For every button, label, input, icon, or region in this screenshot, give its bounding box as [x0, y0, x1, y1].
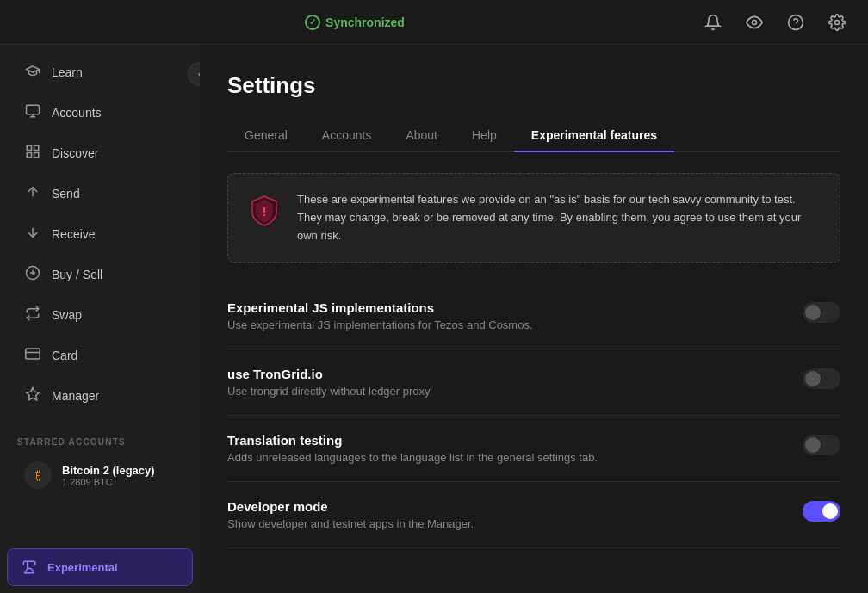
- tab-about[interactable]: About: [388, 120, 455, 152]
- page-title: Settings: [227, 72, 840, 99]
- tab-accounts[interactable]: Accounts: [305, 120, 389, 152]
- sidebar-item-receive[interactable]: Receive: [7, 214, 193, 254]
- sidebar-item-learn-label: Learn: [52, 65, 83, 79]
- toggle-slider: [803, 435, 840, 455]
- feature-info: Developer mode Show developer and testne…: [227, 499, 803, 530]
- topbar: ✓ Synchronized: [0, 0, 868, 45]
- sync-status: ✓ Synchronized: [305, 15, 405, 30]
- feature-row-experimental-js: Experimental JS implementations Use expe…: [227, 283, 840, 349]
- learn-icon: [24, 63, 41, 82]
- topbar-icons: [696, 5, 854, 40]
- buy-sell-icon: [24, 265, 41, 284]
- starred-accounts-label: STARRED ACCOUNTS: [0, 423, 200, 452]
- sidebar-item-manager-label: Manager: [52, 389, 99, 403]
- tabs-container: General Accounts About Help Experimental…: [227, 120, 840, 152]
- toggle-slider: [803, 368, 840, 389]
- sidebar-item-send[interactable]: Send: [7, 174, 193, 213]
- eye-icon: [746, 14, 763, 31]
- sidebar-item-card[interactable]: Card: [7, 336, 193, 375]
- sidebar: ‹ Learn Accounts: [0, 45, 200, 593]
- sidebar-bottom: Experimental: [0, 541, 200, 593]
- svg-rect-9: [34, 153, 39, 158]
- sidebar-item-swap[interactable]: Swap: [7, 295, 193, 335]
- sync-icon: ✓: [305, 15, 320, 30]
- discover-icon: [24, 144, 41, 163]
- sidebar-item-accounts[interactable]: Accounts: [7, 93, 193, 133]
- card-icon: [24, 346, 41, 365]
- sidebar-nav: Learn Accounts Discover: [0, 45, 200, 423]
- toggle-slider: [803, 302, 840, 323]
- bell-icon: [704, 14, 722, 31]
- gear-icon: [828, 14, 846, 31]
- svg-rect-16: [26, 349, 40, 359]
- warning-text: These are experimental features we provi…: [297, 191, 822, 244]
- trongrid-toggle[interactable]: [803, 368, 840, 389]
- receive-icon: [24, 225, 41, 244]
- feature-title: Developer mode: [227, 499, 782, 514]
- sidebar-item-learn[interactable]: Learn: [7, 53, 193, 92]
- bell-button[interactable]: [696, 5, 730, 40]
- tab-help[interactable]: Help: [455, 120, 514, 152]
- feature-row-translation: Translation testing Adds unreleased lang…: [227, 416, 840, 482]
- eye-button[interactable]: [737, 5, 772, 40]
- feature-title: Translation testing: [227, 433, 782, 448]
- sidebar-item-discover[interactable]: Discover: [7, 133, 193, 173]
- feature-desc: Use trongrid directly without ledger pro…: [227, 385, 782, 398]
- starred-account-balance: 1.2809 BTC: [62, 477, 155, 487]
- experimental-js-toggle[interactable]: [803, 302, 840, 323]
- svg-point-0: [752, 20, 756, 24]
- feature-desc: Adds unreleased languages to the languag…: [227, 451, 782, 464]
- feature-title: Experimental JS implementations: [227, 300, 782, 315]
- bitcoin-icon: ₿: [24, 461, 52, 489]
- sync-label: Synchronized: [326, 15, 405, 29]
- sidebar-item-send-label: Send: [52, 187, 80, 201]
- feature-info: Translation testing Adds unreleased lang…: [227, 433, 803, 464]
- translation-toggle[interactable]: [803, 435, 840, 455]
- sidebar-item-card-label: Card: [52, 349, 78, 362]
- main-layout: ‹ Learn Accounts: [0, 45, 868, 593]
- svg-rect-8: [34, 145, 39, 150]
- sidebar-item-accounts-label: Accounts: [52, 106, 102, 120]
- svg-rect-10: [27, 153, 31, 158]
- feature-desc: Use experimental JS implementations for …: [227, 318, 782, 331]
- sidebar-item-manager[interactable]: Manager: [7, 376, 193, 416]
- swap-icon: [24, 306, 41, 324]
- content-area: Settings General Accounts About Help Exp…: [200, 45, 868, 593]
- tab-general[interactable]: General: [227, 120, 305, 152]
- toggle-slider: [803, 501, 840, 522]
- gear-button[interactable]: [820, 5, 854, 40]
- experimental-button[interactable]: Experimental: [7, 548, 193, 586]
- feature-info: use TronGrid.io Use trongrid directly wi…: [227, 367, 803, 398]
- sidebar-item-buy-sell[interactable]: Buy / Sell: [7, 255, 193, 294]
- experimental-icon: [22, 559, 37, 575]
- help-button[interactable]: [778, 5, 813, 40]
- starred-account-name: Bitcoin 2 (legacy): [62, 464, 155, 477]
- starred-account-info: Bitcoin 2 (legacy) 1.2809 BTC: [62, 464, 155, 487]
- sidebar-item-discover-label: Discover: [52, 146, 98, 160]
- svg-rect-7: [27, 145, 31, 150]
- feature-title: use TronGrid.io: [227, 367, 782, 381]
- warning-box: ! These are experimental features we pro…: [227, 173, 840, 263]
- sidebar-item-buy-sell-label: Buy / Sell: [52, 268, 102, 281]
- accounts-icon: [24, 103, 41, 122]
- help-icon: [787, 14, 804, 31]
- sidebar-item-receive-label: Receive: [52, 227, 96, 241]
- tab-experimental[interactable]: Experimental features: [514, 120, 674, 152]
- manager-icon: [24, 386, 41, 405]
- svg-point-3: [834, 20, 839, 24]
- feature-row-trongrid: use TronGrid.io Use trongrid directly wi…: [227, 349, 840, 416]
- shield-warning-icon: !: [245, 191, 283, 229]
- developer-mode-toggle[interactable]: [803, 501, 840, 522]
- sidebar-item-swap-label: Swap: [52, 308, 82, 322]
- send-icon: [24, 184, 41, 203]
- feature-info: Experimental JS implementations Use expe…: [227, 300, 803, 331]
- feature-row-developer-mode: Developer mode Show developer and testne…: [227, 482, 840, 548]
- feature-desc: Show developer and testnet apps in the M…: [227, 517, 782, 530]
- experimental-label: Experimental: [47, 561, 118, 574]
- starred-account-bitcoin[interactable]: ₿ Bitcoin 2 (legacy) 1.2809 BTC: [7, 453, 193, 497]
- svg-rect-4: [27, 105, 40, 114]
- svg-text:!: !: [263, 205, 267, 219]
